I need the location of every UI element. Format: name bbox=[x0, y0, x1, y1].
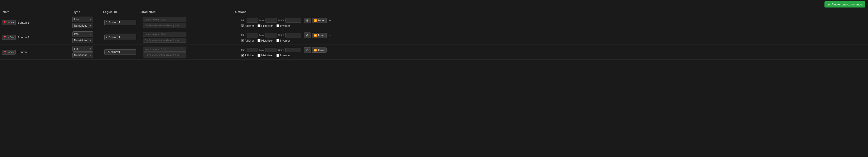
test-button-2[interactable]: 📶 Tester bbox=[312, 33, 327, 38]
header-params: Paramètres bbox=[140, 10, 235, 14]
test-button-3[interactable]: 📶 Tester bbox=[312, 47, 327, 53]
historiser-checkbox-3[interactable] bbox=[257, 54, 260, 57]
param2-input-3[interactable] bbox=[143, 52, 186, 57]
options-bottom-3: Afficher Historiser Inverser bbox=[241, 54, 866, 57]
historiser-label-2[interactable]: Historiser bbox=[257, 39, 273, 42]
remove-button-2[interactable]: − bbox=[328, 33, 332, 38]
inverser-checkbox-3[interactable] bbox=[276, 54, 279, 57]
min-label-1: Min bbox=[241, 19, 245, 22]
logid-col-1 bbox=[104, 16, 143, 28]
unite-label-3: Unité bbox=[278, 49, 284, 51]
logical-id-input-3[interactable] bbox=[104, 49, 136, 55]
max-input-2[interactable] bbox=[266, 33, 277, 38]
action-btns-2: ⚙ 📶 Tester − bbox=[304, 33, 332, 38]
plus-icon: ⊕ bbox=[828, 3, 830, 6]
type-sub-dropdown-3[interactable]: Numérique ▼ bbox=[72, 52, 93, 58]
icon-label-3: Icône bbox=[8, 51, 14, 53]
params-col-1 bbox=[143, 16, 241, 28]
gear-button-2[interactable]: ⚙ bbox=[304, 33, 311, 38]
max-input-1[interactable] bbox=[266, 18, 277, 23]
unite-label-1: Unité bbox=[278, 19, 284, 22]
inverser-label-1[interactable]: Inverser bbox=[276, 24, 290, 28]
wifi-icon-2: 📶 bbox=[314, 34, 317, 37]
options-col-1: Min Max Unité ⚙ 📶 Tester − A bbox=[241, 16, 866, 28]
type-col-2: Info ▼ Numérique ▼ bbox=[72, 31, 104, 43]
type-sub-cell-1: Numérique ▼ bbox=[72, 23, 104, 28]
type-sub-cell-2: Numérique ▼ bbox=[72, 38, 104, 43]
param1-input-3[interactable] bbox=[143, 47, 186, 51]
type-main-dropdown-2[interactable]: Info ▼ bbox=[72, 31, 93, 37]
min-input-1[interactable] bbox=[247, 18, 258, 23]
add-command-button[interactable]: ⊕ Ajouter une commande bbox=[825, 1, 865, 7]
afficher-label-1[interactable]: Afficher bbox=[241, 24, 254, 28]
icon-label-2: Icône bbox=[8, 36, 14, 39]
row-2: 🚩 Icône Bouton 2 Info ▼ Numérique ▼ bbox=[0, 30, 868, 45]
icon-button-3[interactable]: 🚩 Icône bbox=[2, 50, 16, 54]
type-col-1: Info ▼ Numérique ▼ bbox=[72, 16, 104, 28]
icon-button-2[interactable]: 🚩 Icône bbox=[2, 35, 16, 40]
inverser-checkbox-2[interactable] bbox=[276, 39, 279, 42]
options-top-2: Min Max Unité ⚙ 📶 Tester − bbox=[241, 33, 866, 38]
type-main-arrow-1: ▼ bbox=[89, 18, 91, 21]
min-input-3[interactable] bbox=[247, 48, 258, 52]
logical-id-input-2[interactable] bbox=[104, 35, 136, 40]
logid-col-3 bbox=[104, 46, 143, 58]
remove-button-1[interactable]: − bbox=[328, 18, 332, 23]
name-cell-1: 🚩 Icône Bouton 1 bbox=[2, 20, 72, 25]
type-sub-dropdown-2[interactable]: Numérique ▼ bbox=[72, 38, 93, 43]
type-sub-arrow-1: ▼ bbox=[89, 25, 91, 27]
logical-id-input-1[interactable] bbox=[104, 20, 136, 25]
header-type: Type bbox=[73, 10, 103, 14]
min-input-2[interactable] bbox=[247, 33, 258, 38]
param2-input-1[interactable] bbox=[143, 23, 186, 28]
type-main-arrow-3: ▼ bbox=[89, 48, 91, 50]
gear-button-3[interactable]: ⚙ bbox=[304, 47, 311, 53]
historiser-checkbox-2[interactable] bbox=[257, 39, 260, 42]
name-col-3: 🚩 Icône Bouton 3 bbox=[2, 46, 72, 58]
max-input-3[interactable] bbox=[266, 48, 277, 52]
type-main-dropdown-1[interactable]: Info ▼ bbox=[72, 16, 93, 22]
inverser-checkbox-1[interactable] bbox=[276, 24, 279, 27]
max-label-2: Max bbox=[259, 34, 264, 37]
remove-button-3[interactable]: − bbox=[328, 47, 332, 52]
table-header: Nom Type Logical ID Paramètres Options bbox=[0, 9, 868, 15]
wifi-icon-1: 📶 bbox=[314, 19, 317, 22]
max-label-1: Max bbox=[259, 19, 264, 22]
historiser-checkbox-1[interactable] bbox=[257, 24, 260, 27]
param1-input-1[interactable] bbox=[143, 17, 186, 22]
afficher-label-2[interactable]: Afficher bbox=[241, 39, 254, 42]
min-label-3: Min bbox=[241, 49, 245, 51]
unite-input-3[interactable] bbox=[285, 48, 301, 52]
header-options: Options bbox=[235, 10, 304, 14]
button-name-3: Bouton 3 bbox=[18, 50, 29, 54]
type-sub-arrow-2: ▼ bbox=[89, 39, 91, 42]
unite-input-1[interactable] bbox=[285, 18, 301, 23]
type-sub-value-2: Numérique bbox=[74, 39, 88, 42]
test-button-1[interactable]: 📶 Tester bbox=[312, 18, 327, 23]
afficher-checkbox-1[interactable] bbox=[241, 24, 244, 27]
afficher-checkbox-2[interactable] bbox=[241, 39, 244, 42]
min-label-2: Min bbox=[241, 34, 245, 37]
test-label-1: Tester bbox=[318, 19, 324, 22]
params-col-2 bbox=[143, 31, 241, 43]
button-name-2: Bouton 2 bbox=[18, 36, 29, 39]
inverser-label-3[interactable]: Inverser bbox=[276, 54, 290, 57]
historiser-label-3[interactable]: Historiser bbox=[257, 54, 273, 57]
historiser-label-1[interactable]: Historiser bbox=[257, 24, 273, 28]
type-sub-dropdown-1[interactable]: Numérique ▼ bbox=[72, 23, 93, 28]
gear-button-1[interactable]: ⚙ bbox=[304, 18, 311, 24]
unite-label-2: Unité bbox=[278, 34, 284, 37]
param2-input-2[interactable] bbox=[143, 38, 186, 43]
button-name-1: Bouton 1 bbox=[18, 21, 29, 24]
afficher-checkbox-3[interactable] bbox=[241, 54, 244, 57]
type-main-dropdown-3[interactable]: Info ▼ bbox=[72, 46, 93, 51]
flag-icon-2: 🚩 bbox=[4, 36, 7, 39]
wifi-icon-3: 📶 bbox=[314, 49, 317, 51]
type-main-value-1: Info bbox=[74, 18, 79, 21]
afficher-label-3[interactable]: Afficher bbox=[241, 54, 254, 57]
inverser-label-2[interactable]: Inverser bbox=[276, 39, 290, 42]
unite-input-2[interactable] bbox=[285, 33, 301, 38]
param1-input-2[interactable] bbox=[143, 32, 186, 37]
top-bar: ⊕ Ajouter une commande bbox=[0, 0, 868, 9]
icon-button-1[interactable]: 🚩 Icône bbox=[2, 20, 16, 25]
